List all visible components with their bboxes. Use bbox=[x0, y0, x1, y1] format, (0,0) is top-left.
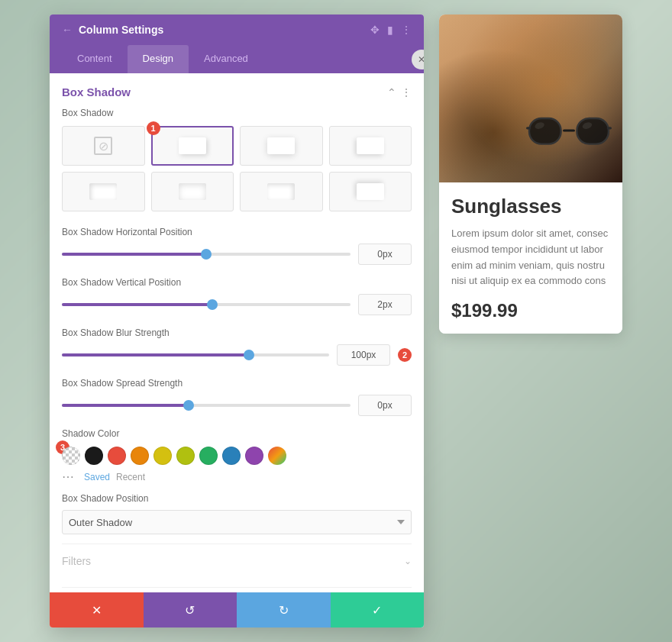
save-button[interactable]: ✓ bbox=[331, 592, 425, 627]
product-card: Sunglasses Lorem ipsum dolor sit amet, c… bbox=[439, 15, 622, 334]
more-icon[interactable]: ⋮ bbox=[401, 24, 412, 36]
section-title: Box Shadow bbox=[62, 85, 131, 98]
panel-body: Box Shadow ⌃ ⋮ Box Shadow ⊘ 1 bbox=[50, 73, 424, 592]
redo-button[interactable]: ↻ bbox=[237, 592, 331, 627]
swatch-shadow-7[interactable] bbox=[329, 172, 412, 211]
svg-rect-6 bbox=[607, 127, 612, 129]
swatch-none[interactable]: ⊘ bbox=[62, 126, 145, 166]
accordion-filters-arrow: ⌄ bbox=[404, 556, 412, 566]
bottom-bar: ✕ ↺ ↻ ✓ bbox=[50, 592, 424, 627]
slider-blur-thumb[interactable] bbox=[244, 350, 254, 360]
slider-spread-row bbox=[62, 395, 412, 416]
product-title: Sunglasses bbox=[451, 195, 610, 218]
color-purple[interactable] bbox=[245, 447, 263, 465]
shadow-label: Box Shadow bbox=[62, 108, 412, 118]
shadow-preview-4 bbox=[89, 183, 117, 200]
swatch-shadow-5[interactable] bbox=[151, 172, 234, 211]
swatch-shadow-3[interactable] bbox=[329, 126, 412, 166]
slider-vertical-fill bbox=[62, 303, 212, 306]
accordion-filters: Filters ⌄ bbox=[62, 544, 412, 578]
svg-rect-5 bbox=[526, 127, 531, 129]
collapse-icon[interactable]: ⌃ bbox=[387, 86, 396, 98]
slider-spread: Box Shadow Spread Strength bbox=[62, 378, 412, 416]
main-container: ← Column Settings ✥ ▮ ⋮ Content Design A… bbox=[50, 15, 622, 627]
saved-recent-row: ⋯ Saved Recent bbox=[62, 469, 412, 484]
slider-vertical-input[interactable] bbox=[358, 294, 412, 315]
slider-vertical: Box Shadow Vertical Position bbox=[62, 277, 412, 315]
slider-spread-track[interactable] bbox=[62, 404, 351, 407]
section-header: Box Shadow ⌃ ⋮ bbox=[62, 85, 412, 98]
slider-spread-fill bbox=[62, 404, 189, 407]
slider-spread-input[interactable] bbox=[358, 395, 412, 416]
cancel-icon: ✕ bbox=[92, 603, 102, 618]
panel-header-left: ← Column Settings bbox=[62, 24, 163, 36]
tab-content[interactable]: Content bbox=[62, 45, 128, 73]
slider-horizontal-row bbox=[62, 244, 412, 265]
copy-icon[interactable]: ▮ bbox=[387, 24, 393, 36]
slider-horizontal-thumb[interactable] bbox=[201, 249, 212, 260]
section-more-icon[interactable]: ⋮ bbox=[401, 86, 412, 98]
accordion-filters-header[interactable]: Filters ⌄ bbox=[62, 544, 412, 578]
undo-button[interactable]: ↺ bbox=[144, 592, 237, 627]
saved-label[interactable]: Saved bbox=[84, 472, 110, 482]
slider-vertical-thumb[interactable] bbox=[207, 299, 218, 310]
svg-rect-1 bbox=[529, 118, 561, 144]
swatch-shadow-1[interactable]: 1 bbox=[151, 126, 234, 166]
slider-blur-track[interactable] bbox=[62, 353, 329, 356]
slider-horizontal-fill bbox=[62, 253, 206, 256]
transparent-swatch-wrap: 3 bbox=[62, 447, 80, 465]
color-transparent[interactable] bbox=[62, 447, 80, 465]
slider-spread-label: Box Shadow Spread Strength bbox=[62, 378, 412, 389]
expand-icon[interactable]: ✥ bbox=[370, 24, 380, 36]
sunglasses-svg bbox=[523, 106, 615, 167]
svg-rect-3 bbox=[577, 118, 609, 144]
slider-horizontal: Box Shadow Horizontal Position bbox=[62, 227, 412, 265]
shadow-swatches: ⊘ 1 bbox=[62, 126, 412, 211]
position-label: Box Shadow Position bbox=[62, 493, 412, 504]
shadow-preview-2 bbox=[267, 137, 295, 154]
swatch-shadow-6[interactable] bbox=[240, 172, 323, 211]
slider-blur: Box Shadow Blur Strength 2 bbox=[62, 327, 412, 366]
badge-1: 1 bbox=[147, 121, 160, 135]
shadow-preview-3 bbox=[357, 137, 384, 154]
color-blue[interactable] bbox=[222, 447, 241, 465]
product-price: $199.99 bbox=[451, 300, 610, 321]
color-red[interactable] bbox=[108, 447, 126, 465]
color-row: 3 bbox=[62, 447, 412, 465]
save-icon: ✓ bbox=[372, 603, 382, 618]
svg-rect-0 bbox=[563, 129, 575, 131]
color-orange[interactable] bbox=[131, 447, 149, 465]
close-button[interactable]: ✕ bbox=[412, 50, 424, 69]
more-colors-dots[interactable]: ⋯ bbox=[62, 469, 75, 484]
accordion-filters-title: Filters bbox=[62, 555, 91, 567]
swatch-shadow-4[interactable] bbox=[62, 172, 145, 211]
slider-horizontal-track[interactable] bbox=[62, 253, 351, 256]
cancel-button[interactable]: ✕ bbox=[50, 592, 144, 627]
slider-blur-input[interactable] bbox=[337, 344, 390, 366]
swatch-shadow-2[interactable] bbox=[240, 126, 323, 166]
tab-design[interactable]: Design bbox=[128, 45, 189, 73]
slider-horizontal-input[interactable] bbox=[358, 244, 412, 265]
product-image bbox=[439, 15, 622, 182]
color-yellow-green[interactable] bbox=[176, 447, 195, 465]
slider-spread-thumb[interactable] bbox=[183, 400, 194, 411]
color-black[interactable] bbox=[85, 447, 103, 465]
slider-vertical-track[interactable] bbox=[62, 303, 351, 306]
shadow-preview-1 bbox=[179, 137, 206, 154]
back-icon[interactable]: ← bbox=[62, 24, 73, 36]
product-description: Lorem ipsum dolor sit amet, consec eiusm… bbox=[451, 226, 610, 289]
position-select[interactable]: Outer Shadow Inner Shadow bbox=[62, 510, 412, 534]
slider-vertical-row bbox=[62, 294, 412, 315]
tab-advanced[interactable]: Advanced bbox=[189, 45, 263, 73]
product-info: Sunglasses Lorem ipsum dolor sit amet, c… bbox=[439, 182, 622, 334]
color-gradient[interactable] bbox=[268, 447, 286, 465]
accordion-transform: Transform ⌄ bbox=[62, 587, 412, 592]
color-green[interactable] bbox=[199, 447, 218, 465]
slider-blur-row: 2 bbox=[62, 344, 412, 366]
panel-title: Column Settings bbox=[79, 24, 163, 36]
recent-label[interactable]: Recent bbox=[116, 472, 145, 482]
color-yellow[interactable] bbox=[153, 447, 172, 465]
undo-icon: ↺ bbox=[185, 603, 195, 618]
slider-blur-label: Box Shadow Blur Strength bbox=[62, 327, 412, 338]
shadow-preview-7 bbox=[357, 183, 384, 200]
